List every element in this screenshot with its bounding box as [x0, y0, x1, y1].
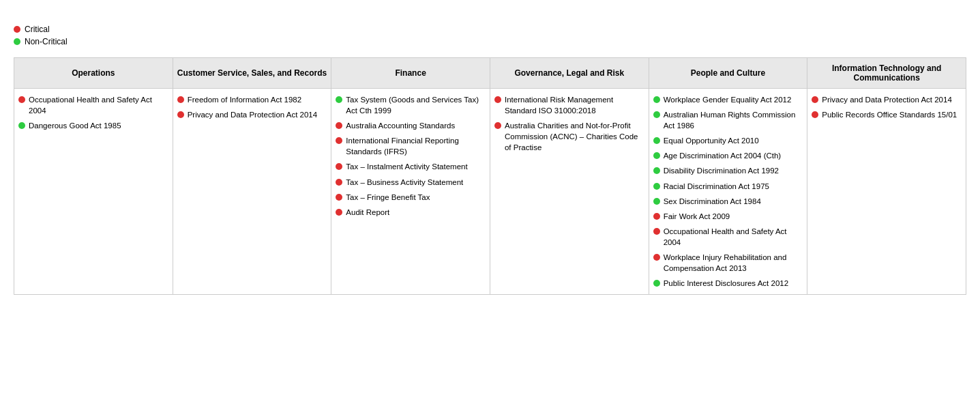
list-item-text: Tax – Fringe Benefit Tax	[346, 192, 430, 203]
col-header-operations: Operations	[14, 58, 173, 89]
list-item: Tax – Business Activity Statement	[336, 177, 486, 188]
list-item: International Risk Management Standard I…	[494, 94, 644, 116]
critical-dot	[14, 26, 20, 33]
legislation-table: Operations Customer Service, Sales, and …	[14, 57, 966, 295]
red-indicator	[494, 96, 501, 103]
list-item-text: Fair Work Act 2009	[664, 211, 730, 222]
green-indicator	[653, 198, 660, 205]
red-indicator	[653, 254, 660, 261]
list-item-text: Australia Accounting Standards	[346, 120, 455, 131]
list-item: Australia Charities and Not-for-Profit C…	[494, 120, 644, 153]
red-indicator	[177, 111, 184, 118]
red-indicator	[336, 137, 342, 144]
cell-governance: International Risk Management Standard I…	[490, 89, 649, 295]
list-item-text: Workplace Injury Rehabilitation and Comp…	[664, 252, 803, 274]
red-indicator	[336, 122, 342, 129]
list-item: Australian Human Rights Commission Act 1…	[653, 109, 803, 131]
red-indicator	[336, 163, 342, 170]
red-indicator	[812, 111, 818, 118]
list-item-text: Tax – Business Activity Statement	[346, 177, 463, 188]
list-item: Workplace Gender Equality Act 2012	[653, 94, 803, 105]
red-indicator	[494, 122, 501, 129]
list-item-text: Privacy and Data Protection Act 2014	[188, 109, 318, 120]
list-item: Australia Accounting Standards	[336, 120, 486, 131]
table-header-row: Operations Customer Service, Sales, and …	[14, 58, 966, 89]
list-item: Racial Discrimination Act 1975	[653, 181, 803, 192]
col-header-governance: Governance, Legal and Risk	[490, 58, 649, 89]
list-item-text: Australian Human Rights Commission Act 1…	[664, 109, 803, 131]
list-item: Occupational Health and Safety Act 2004	[653, 226, 803, 248]
noncritical-dot	[14, 38, 20, 45]
list-item: International Financial Reporting Standa…	[336, 135, 486, 157]
list-item-text: Tax System (Goods and Services Tax) Act …	[346, 94, 486, 116]
list-item: Sex Discrimination Act 1984	[653, 196, 803, 207]
cell-operations: Occupational Health and Safety Act 2004D…	[14, 89, 173, 295]
col-header-it-comms: Information Technology and Communication…	[807, 58, 966, 89]
list-item-text: Age Discrimination Act 2004 (Cth)	[664, 150, 782, 161]
cell-it_comms: Privacy and Data Protection Act 2014Publ…	[807, 89, 966, 295]
list-item: Age Discrimination Act 2004 (Cth)	[653, 150, 803, 161]
red-indicator	[177, 96, 184, 103]
list-item: Equal Opportunity Act 2010	[653, 135, 803, 146]
list-item: Disability Discrimination Act 1992	[653, 165, 803, 176]
green-indicator	[653, 183, 660, 190]
red-indicator	[653, 213, 660, 220]
list-item-text: International Financial Reporting Standa…	[346, 135, 486, 157]
list-item: Fair Work Act 2009	[653, 211, 803, 222]
col-header-finance: Finance	[331, 58, 490, 89]
list-item-text: Racial Discrimination Act 1975	[664, 181, 769, 192]
col-header-customer-service: Customer Service, Sales, and Records	[173, 58, 331, 89]
col-header-people-culture: People and Culture	[649, 58, 807, 89]
list-item-text: Sex Discrimination Act 1984	[664, 196, 761, 207]
list-item-text: Occupational Health and Safety Act 2004	[664, 226, 803, 248]
green-indicator	[18, 122, 25, 129]
legend: Critical Non-Critical	[14, 25, 966, 46]
list-item-text: Freedom of Information Act 1982	[188, 94, 301, 105]
list-item-text: Workplace Gender Equality Act 2012	[664, 94, 792, 105]
red-indicator	[336, 194, 342, 201]
list-item-text: Audit Report	[346, 207, 389, 218]
red-indicator	[18, 96, 25, 103]
list-item-text: Occupational Health and Safety Act 2004	[29, 94, 168, 116]
red-indicator	[336, 209, 342, 216]
red-indicator	[336, 179, 342, 186]
green-indicator	[653, 152, 660, 159]
critical-label: Critical	[25, 25, 50, 34]
list-item-text: Disability Discrimination Act 1992	[664, 165, 779, 176]
list-item: Tax – Fringe Benefit Tax	[336, 192, 486, 203]
noncritical-label: Non-Critical	[25, 37, 68, 46]
legend-item-critical: Critical	[14, 25, 966, 34]
table-row: Occupational Health and Safety Act 2004D…	[14, 89, 966, 295]
list-item: Workplace Injury Rehabilitation and Comp…	[653, 252, 803, 274]
list-item-text: Tax – Instalment Activity Statement	[346, 161, 467, 172]
red-indicator	[653, 228, 660, 235]
list-item-text: Public Records Office Standards 15/01	[822, 109, 957, 120]
cell-customer_service: Freedom of Information Act 1982Privacy a…	[173, 89, 331, 295]
list-item-text: Australia Charities and Not-for-Profit C…	[505, 120, 644, 153]
list-item: Tax System (Goods and Services Tax) Act …	[336, 94, 486, 116]
list-item: Public Interest Disclosures Act 2012	[653, 278, 803, 289]
cell-people_culture: Workplace Gender Equality Act 2012Austra…	[649, 89, 807, 295]
list-item: Occupational Health and Safety Act 2004	[18, 94, 168, 116]
green-indicator	[653, 137, 660, 144]
green-indicator	[653, 111, 660, 118]
list-item: Freedom of Information Act 1982	[177, 94, 327, 105]
list-item-text: Dangerous Good Act 1985	[29, 120, 121, 131]
list-item: Audit Report	[336, 207, 486, 218]
list-item: Dangerous Good Act 1985	[18, 120, 168, 131]
green-indicator	[653, 167, 660, 174]
list-item: Tax – Instalment Activity Statement	[336, 161, 486, 172]
list-item: Privacy and Data Protection Act 2014	[177, 109, 327, 120]
list-item-text: Public Interest Disclosures Act 2012	[664, 278, 788, 289]
green-indicator	[653, 96, 660, 103]
red-indicator	[812, 96, 818, 103]
category-section: Critical Non-Critical	[14, 25, 966, 46]
list-item-text: Equal Opportunity Act 2010	[664, 135, 759, 146]
list-item-text: International Risk Management Standard I…	[505, 94, 644, 116]
list-item-text: Privacy and Data Protection Act 2014	[822, 94, 952, 105]
list-item: Privacy and Data Protection Act 2014	[812, 94, 962, 105]
green-indicator	[336, 96, 342, 103]
green-indicator	[653, 280, 660, 287]
cell-finance: Tax System (Goods and Services Tax) Act …	[331, 89, 490, 295]
legend-item-noncritical: Non-Critical	[14, 37, 966, 46]
